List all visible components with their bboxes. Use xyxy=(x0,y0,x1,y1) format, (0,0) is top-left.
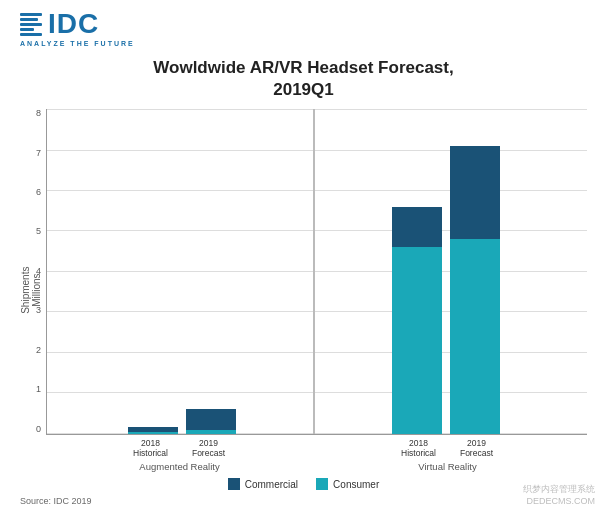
y-tick-0: 0 xyxy=(21,425,41,434)
x-label-ar-2018: 2018 Historical xyxy=(126,438,176,458)
x-bars-row-ar: 2018 Historical 2019 Forecast xyxy=(50,438,309,458)
chart-title-line1: Wowldwide AR/VR Headset Forecast, xyxy=(153,58,453,77)
y-tick-5: 5 xyxy=(21,227,41,236)
x-axis-divider xyxy=(313,438,314,472)
logo-line-1 xyxy=(20,13,42,16)
bar-vr-2018 xyxy=(392,207,442,434)
bar-ar-2019 xyxy=(186,409,236,433)
bar-vr-2018-commercial xyxy=(392,207,442,248)
y-tick-4: 4 xyxy=(21,267,41,276)
logo-lines xyxy=(20,13,42,36)
bar-vr-2019 xyxy=(450,146,500,434)
x-axis-area: 2018 Historical 2019 Forecast Augmented … xyxy=(46,438,587,472)
y-tick-8: 8 xyxy=(21,109,41,118)
page-wrapper: IDC ANALYZE THE FUTURE Wowldwide AR/VR H… xyxy=(0,0,607,514)
logo-tagline: ANALYZE THE FUTURE xyxy=(20,40,135,47)
category-group-ar xyxy=(51,409,313,433)
logo-line-5 xyxy=(20,33,42,36)
stacked-bar-vr-2018 xyxy=(392,207,442,434)
chart-container: Shipments Millions xyxy=(20,109,587,472)
source-line: Source: IDC 2019 xyxy=(20,496,587,506)
x-category-ar: 2018 Historical 2019 Forecast Augmented … xyxy=(50,438,309,472)
legend-commercial-label: Commercial xyxy=(245,479,298,490)
bar-ar-2019-commercial xyxy=(186,409,236,429)
header: IDC ANALYZE THE FUTURE xyxy=(20,10,587,47)
watermark: 织梦内容管理系统DEDECMS.COM xyxy=(523,483,595,506)
chart-title-line2: 2019Q1 xyxy=(273,80,334,99)
bar-vr-2019-consumer xyxy=(450,239,500,433)
y-tick-7: 7 xyxy=(21,149,41,158)
bar-ar-2018 xyxy=(128,427,178,433)
category-group-vr xyxy=(315,146,577,434)
legend-commercial: Commercial xyxy=(228,478,298,490)
bar-vr-2019-commercial xyxy=(450,146,500,239)
bar-groups xyxy=(51,109,577,433)
bar-ar-2019-consumer xyxy=(186,430,236,434)
x-label-ar-2019: 2019 Forecast xyxy=(184,438,234,458)
logo-area: IDC ANALYZE THE FUTURE xyxy=(20,10,135,47)
x-label-vr-2018: 2018 Historical xyxy=(394,438,444,458)
legend-consumer-box xyxy=(316,478,328,490)
x-category-label-ar: Augmented Reality xyxy=(139,461,219,472)
bar-vr-2018-consumer xyxy=(392,247,442,433)
stacked-bar-vr-2019 xyxy=(450,146,500,434)
logo-line-4 xyxy=(20,28,34,31)
x-label-vr-2019: 2019 Forecast xyxy=(452,438,502,458)
y-tick-1: 1 xyxy=(21,385,41,394)
logo-line-2 xyxy=(20,18,38,21)
x-bars-row-vr: 2018 Historical 2019 Forecast xyxy=(318,438,577,458)
legend-consumer: Consumer xyxy=(316,478,379,490)
logo-text: IDC xyxy=(48,10,99,38)
x-category-label-vr: Virtual Reality xyxy=(418,461,476,472)
chart-plot: 8 7 6 5 4 3 2 1 0 xyxy=(46,109,587,434)
chart-title: Wowldwide AR/VR Headset Forecast, 2019Q1 xyxy=(20,57,587,101)
logo-line-3 xyxy=(20,23,42,26)
stacked-bar-ar-2018 xyxy=(128,427,178,433)
legend-commercial-box xyxy=(228,478,240,490)
legend: Commercial Consumer xyxy=(20,478,587,490)
chart-inner: 8 7 6 5 4 3 2 1 0 xyxy=(46,109,587,472)
stacked-bar-ar-2019 xyxy=(186,409,236,433)
y-tick-6: 6 xyxy=(21,188,41,197)
x-category-vr: 2018 Historical 2019 Forecast Virtual Re… xyxy=(318,438,577,472)
y-tick-3: 3 xyxy=(21,306,41,315)
y-tick-2: 2 xyxy=(21,346,41,355)
y-ticks: 8 7 6 5 4 3 2 1 0 xyxy=(21,109,41,433)
legend-consumer-label: Consumer xyxy=(333,479,379,490)
logo-icon: IDC xyxy=(20,10,99,38)
bar-ar-2018-consumer xyxy=(128,432,178,434)
